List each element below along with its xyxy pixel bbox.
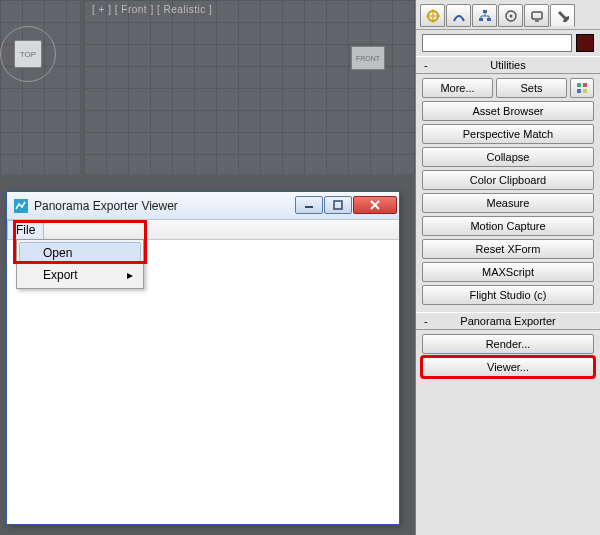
svg-rect-3 xyxy=(483,10,487,13)
configure-button[interactable] xyxy=(570,78,594,98)
utility-measure[interactable]: Measure xyxy=(422,193,594,213)
object-color-swatch[interactable] xyxy=(576,34,594,52)
window-close-button[interactable] xyxy=(353,196,397,214)
tab-motion[interactable] xyxy=(498,4,523,27)
window-title: Panorama Exporter Viewer xyxy=(34,199,294,213)
svg-point-7 xyxy=(509,14,512,17)
utility-collapse[interactable]: Collapse xyxy=(422,147,594,167)
utility-motion-capture[interactable]: Motion Capture xyxy=(422,216,594,236)
svg-rect-16 xyxy=(334,201,342,209)
menu-item-export-label: Export xyxy=(43,268,78,282)
svg-rect-12 xyxy=(577,89,581,93)
rollout-pano-header[interactable]: - Panorama Exporter xyxy=(416,312,600,330)
svg-rect-5 xyxy=(487,18,491,21)
viewport-front[interactable]: [ + ] [ Front ] [ Realistic ] FRONT xyxy=(84,0,415,174)
rollout-pano-title: Panorama Exporter xyxy=(460,315,555,327)
rollout-utilities-header[interactable]: - Utilities xyxy=(416,56,600,74)
pano-render-button[interactable]: Render... xyxy=(422,334,594,354)
svg-rect-4 xyxy=(479,18,483,21)
more-button[interactable]: More... xyxy=(422,78,493,98)
utility-flight-studio[interactable]: Flight Studio (c) xyxy=(422,285,594,305)
pano-viewer-button[interactable]: Viewer... xyxy=(422,357,594,377)
panel-tab-row xyxy=(416,0,600,30)
utility-asset-browser[interactable]: Asset Browser xyxy=(422,101,594,121)
utility-maxscript[interactable]: MAXScript xyxy=(422,262,594,282)
menu-file[interactable]: File xyxy=(7,220,44,239)
viewcube-top[interactable]: TOP xyxy=(14,40,42,68)
menu-item-open[interactable]: Open xyxy=(19,242,141,264)
window-titlebar[interactable]: Panorama Exporter Viewer xyxy=(7,192,399,220)
utility-color-clipboard[interactable]: Color Clipboard xyxy=(422,170,594,190)
collapse-icon: - xyxy=(424,315,428,327)
sets-button[interactable]: Sets xyxy=(496,78,567,98)
menubar: File xyxy=(7,220,399,240)
utility-reset-xform[interactable]: Reset XForm xyxy=(422,239,594,259)
object-name-input[interactable] xyxy=(422,34,572,52)
tab-display[interactable] xyxy=(524,4,549,27)
name-color-row xyxy=(416,30,600,56)
window-maximize-button[interactable] xyxy=(324,196,352,214)
collapse-icon: - xyxy=(424,59,428,71)
panorama-viewer-window: Panorama Exporter Viewer File Open Expor… xyxy=(6,191,400,525)
tab-modify[interactable] xyxy=(446,4,471,27)
rollout-utilities-title: Utilities xyxy=(490,59,525,71)
menu-item-export[interactable]: Export ▸ xyxy=(19,264,141,286)
tab-create[interactable] xyxy=(420,4,445,27)
viewport-top[interactable]: TOP xyxy=(0,0,80,174)
svg-rect-13 xyxy=(583,89,587,93)
svg-rect-8 xyxy=(532,12,542,19)
window-minimize-button[interactable] xyxy=(295,196,323,214)
tab-hierarchy[interactable] xyxy=(472,4,497,27)
file-menu-dropdown: Open Export ▸ xyxy=(16,239,144,289)
tab-utilities[interactable] xyxy=(550,4,575,27)
viewport-front-label[interactable]: [ + ] [ Front ] [ Realistic ] xyxy=(92,4,212,15)
rollout-utilities-body: More... Sets Asset Browser Perspective M… xyxy=(416,74,600,312)
viewcube-front[interactable]: FRONT xyxy=(351,46,385,70)
command-panel: - Utilities More... Sets Asset Browser P… xyxy=(415,0,600,535)
utility-perspective-match[interactable]: Perspective Match xyxy=(422,124,594,144)
rollout-pano-body: Render... Viewer... xyxy=(416,330,600,384)
app-icon xyxy=(13,198,29,214)
submenu-arrow-icon: ▸ xyxy=(127,268,133,282)
svg-rect-10 xyxy=(577,83,581,87)
svg-rect-11 xyxy=(583,83,587,87)
